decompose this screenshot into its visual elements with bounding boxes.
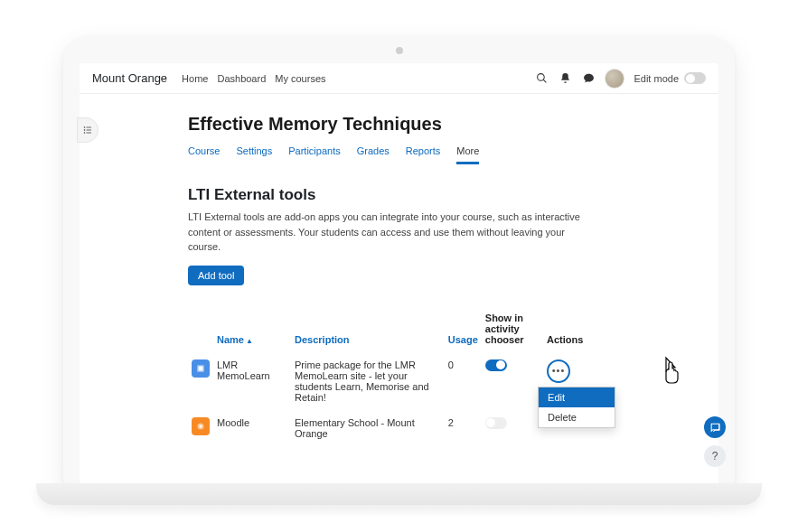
search-icon[interactable]: [534, 71, 549, 86]
chat-fab[interactable]: [704, 416, 726, 438]
tool-description: Elementary School - Mount Orange: [291, 410, 445, 446]
tool-description: Prime package for the LMR MemoLearn site…: [291, 352, 445, 410]
tab-course[interactable]: Course: [188, 145, 220, 164]
svg-point-11: [200, 425, 202, 427]
section-description: LTI External tools are add-on apps you c…: [188, 210, 595, 255]
tool-usage: 0: [445, 352, 482, 410]
ellipsis-icon: •••: [552, 366, 566, 376]
laptop-base: [36, 483, 762, 505]
user-avatar[interactable]: [605, 69, 624, 89]
col-usage[interactable]: Usage: [445, 307, 482, 352]
help-fab[interactable]: ?: [704, 445, 726, 467]
nav-dashboard[interactable]: Dashboard: [217, 73, 266, 84]
svg-rect-9: [199, 366, 203, 370]
edit-mode-group: Edit mode: [634, 72, 706, 84]
laptop-camera: [396, 47, 403, 54]
table-row: Moodle Elementary School - Mount Orange …: [188, 410, 596, 446]
course-tabs: Course Settings Participants Grades Repo…: [188, 145, 718, 164]
svg-point-2: [84, 127, 85, 128]
tab-settings[interactable]: Settings: [236, 145, 272, 164]
tool-icon: [192, 417, 210, 435]
section-title: LTI External tools: [188, 186, 718, 204]
dropdown-delete[interactable]: Delete: [539, 407, 615, 427]
tool-name: Moodle: [213, 410, 291, 446]
svg-point-4: [84, 130, 85, 131]
nav-mycourses[interactable]: My courses: [275, 73, 325, 84]
sort-caret-icon: ▲: [246, 337, 253, 345]
col-name[interactable]: Name▲: [213, 307, 291, 352]
table-row: LMR MemoLearn Prime package for the LMR …: [188, 352, 596, 410]
tab-participants[interactable]: Participants: [288, 145, 340, 164]
dropdown-edit[interactable]: Edit: [539, 387, 615, 407]
svg-point-0: [538, 74, 545, 81]
svg-point-6: [84, 133, 85, 134]
bell-icon[interactable]: [558, 71, 572, 86]
top-navbar: Mount Orange Home Dashboard My courses: [80, 63, 718, 94]
site-brand[interactable]: Mount Orange: [92, 71, 167, 85]
col-chooser: Show in activity chooser: [482, 307, 543, 352]
chooser-toggle[interactable]: [485, 359, 507, 371]
actions-dropdown: Edit Delete: [538, 387, 615, 428]
nav-home[interactable]: Home: [182, 73, 208, 84]
tools-table: Name▲ Description Usage Show in activity…: [188, 307, 596, 446]
tool-icon: [192, 359, 210, 378]
svg-line-1: [543, 79, 546, 82]
tab-grades[interactable]: Grades: [357, 145, 390, 164]
tab-more[interactable]: More: [456, 145, 479, 164]
page-title: Effective Memory Techniques: [188, 114, 718, 135]
messages-icon[interactable]: [581, 71, 596, 86]
tab-reports[interactable]: Reports: [406, 145, 441, 164]
actions-menu-button[interactable]: ••• Edit Delete: [547, 359, 570, 383]
tool-name: LMR MemoLearn: [213, 352, 291, 410]
add-tool-button[interactable]: Add tool: [188, 266, 244, 285]
col-actions: Actions: [543, 307, 596, 352]
chooser-toggle[interactable]: [485, 417, 507, 429]
tool-usage: 2: [445, 410, 482, 446]
edit-mode-toggle[interactable]: [684, 72, 706, 84]
edit-mode-label: Edit mode: [634, 73, 679, 84]
col-description[interactable]: Description: [291, 307, 445, 352]
